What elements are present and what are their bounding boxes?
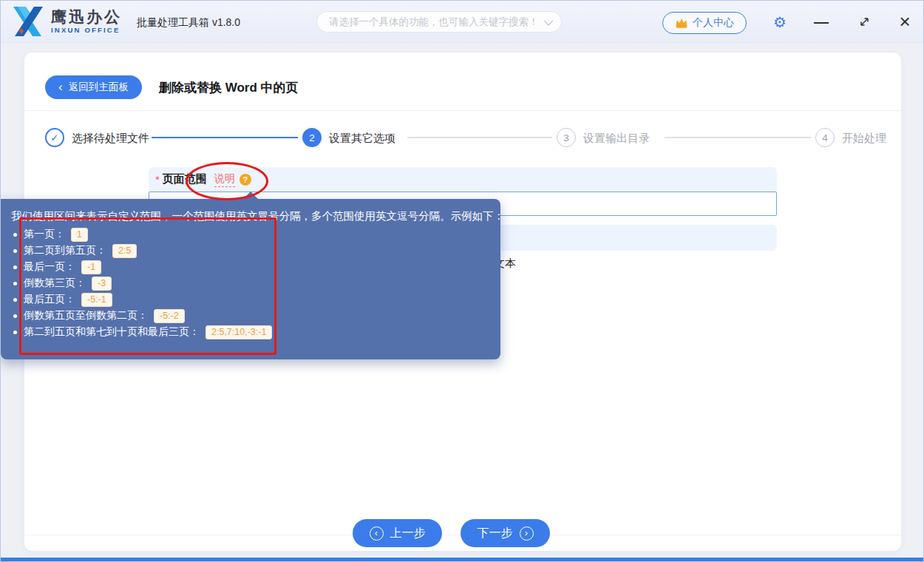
example-code-badge: -5:-2 — [154, 309, 185, 323]
tooltip-example-list: 第一页： 1 第二页到第五页： 2:5 最后一页： -1 倒数第三页： -3 最… — [11, 226, 490, 340]
step-1-circle: ✓ — [45, 128, 64, 147]
example-label: 第二到五页和第七到十页和最后三页： — [24, 325, 200, 339]
back-to-dashboard-button[interactable]: ‹ 返回到主面板 — [45, 75, 142, 99]
next-step-button[interactable]: 下一步 › — [461, 519, 550, 547]
circled-chevron-right-icon: › — [520, 527, 534, 541]
page-range-help-tooltip: 我们使用区间来表示自定义范围，一个范围使用英文冒号分隔，多个范围使用英文逗号分隔… — [1, 199, 500, 359]
step-2-number: 2 — [309, 132, 315, 143]
next-step-label: 下一步 — [478, 526, 513, 541]
search-placeholder: 请选择一个具体的功能，也可输入关键字搜索！ — [329, 16, 544, 29]
chevron-down-icon — [544, 16, 554, 26]
step-2-label: 设置其它选项 — [329, 132, 395, 146]
required-mark: * — [155, 173, 160, 186]
example-code-badge: 2:5,7:10,-3:-1 — [205, 325, 272, 339]
page-title: 删除或替换 Word 中的页 — [159, 79, 299, 96]
example-code-badge: 1 — [71, 228, 88, 242]
step-2-circle: 2 — [302, 128, 322, 147]
list-item: 第一页： 1 — [11, 226, 490, 243]
list-item: 最后一页： -1 — [11, 259, 490, 275]
titlebar: 鹰迅办公 INXUN OFFICE 批量处理工具箱 v1.8.0 请选择一个具体… — [1, 1, 923, 43]
circled-chevron-left-icon: ‹ — [370, 527, 384, 541]
close-button[interactable]: × — [894, 1, 916, 43]
window-bottom-accent — [1, 558, 923, 561]
app-title-version: 批量处理工具箱 v1.8.0 — [137, 16, 240, 30]
example-code-badge: -3 — [92, 277, 112, 291]
tooltip-intro: 我们使用区间来表示自定义范围，一个范围使用英文冒号分隔，多个范围使用英文逗号分隔… — [11, 209, 490, 223]
crown-icon — [675, 18, 688, 28]
list-item: 倒数第五页至倒数第二页： -5:-2 — [11, 308, 490, 324]
personal-center-button[interactable]: 个人中心 — [662, 12, 747, 34]
list-item: 第二到五页和第七到十页和最后三页： 2:5,7:10,-3:-1 — [11, 324, 490, 340]
step-connector-2 — [407, 137, 552, 138]
previous-step-label: 上一步 — [390, 526, 426, 541]
back-button-label: 返回到主面板 — [69, 81, 129, 94]
step-4-label: 开始处理 — [842, 132, 886, 146]
question-mark-icon[interactable]: ? — [240, 174, 251, 186]
step-3-circle: 3 — [557, 128, 576, 147]
brand-name: 鹰迅办公 — [51, 9, 122, 24]
example-code-badge: 2:5 — [112, 244, 137, 258]
title-divider — [24, 110, 901, 111]
chevron-left-icon: ‹ — [58, 81, 63, 93]
example-label: 第一页： — [24, 228, 65, 241]
example-label: 倒数第三页： — [24, 277, 86, 290]
page-range-label: 页面范围 — [163, 172, 207, 186]
minimize-button[interactable]: — — [811, 1, 832, 43]
personal-center-label: 个人中心 — [693, 16, 734, 30]
step-connector-3 — [665, 137, 811, 138]
page-range-label-row: * 页面范围 说明 ? — [149, 167, 777, 192]
previous-step-button[interactable]: ‹ 上一步 — [353, 519, 442, 547]
example-label: 第二页到第五页： — [24, 244, 106, 257]
check-icon: ✓ — [50, 132, 58, 143]
app-window: 鹰迅办公 INXUN OFFICE 批量处理工具箱 v1.8.0 请选择一个具体… — [0, 0, 924, 562]
step-3-number: 3 — [563, 132, 569, 143]
step-4-number: 4 — [822, 132, 828, 143]
list-item: 倒数第三页： -3 — [11, 275, 490, 291]
example-label: 最后一页： — [24, 260, 75, 274]
maximize-button[interactable] — [854, 1, 874, 43]
brand-subtitle: INXUN OFFICE — [51, 27, 122, 34]
app-logo: 鹰迅办公 INXUN OFFICE — [11, 7, 122, 36]
example-label: 最后五页： — [24, 293, 75, 306]
step-4-circle: 4 — [815, 128, 835, 147]
example-code-badge: -1 — [81, 260, 101, 274]
function-search-select[interactable]: 请选择一个具体的功能，也可输入关键字搜索！ — [316, 11, 562, 33]
list-item: 最后五页： -5:-1 — [11, 291, 490, 308]
logo-x-icon — [11, 7, 45, 36]
list-item: 第二页到第五页： 2:5 — [11, 243, 490, 259]
step-1-label: 选择待处理文件 — [72, 132, 149, 146]
settings-gear-icon[interactable]: ⚙ — [770, 1, 790, 43]
help-link[interactable]: 说明 — [214, 172, 235, 187]
step-3-label: 设置输出目录 — [583, 132, 650, 146]
example-label: 倒数第五页至倒数第二页： — [24, 309, 148, 322]
step-connector-1 — [152, 137, 298, 138]
tooltip-arrow — [243, 192, 258, 199]
example-code-badge: -5:-1 — [81, 293, 112, 307]
maximize-icon — [859, 16, 870, 27]
